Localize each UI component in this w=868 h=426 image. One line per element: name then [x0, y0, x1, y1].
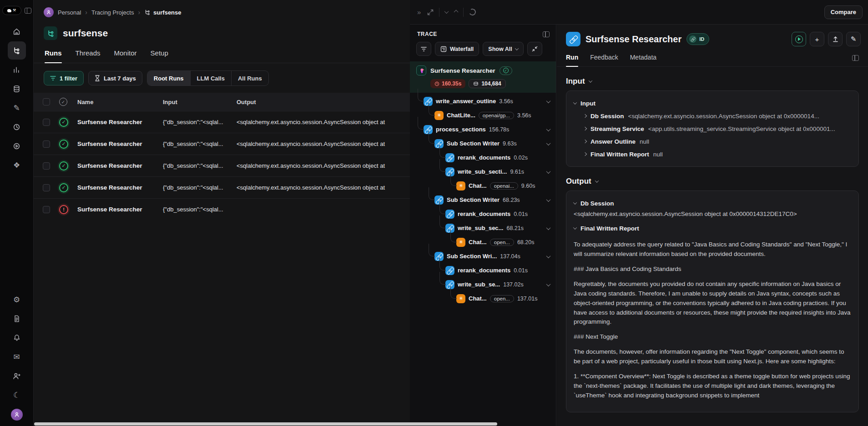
chevron-down-icon[interactable] [444, 9, 449, 14]
segment-root-runs[interactable]: Root Runs [147, 71, 190, 85]
column-header-output[interactable]: Output [237, 99, 410, 105]
input-field-row[interactable]: Final Written Report null [574, 148, 851, 160]
breadcrumb-section[interactable]: Tracing Projects [91, 9, 134, 16]
segment-llm-calls[interactable]: LLM Calls [190, 71, 231, 85]
tab-setup[interactable]: Setup [151, 49, 168, 63]
sidebar-item-datasets[interactable] [8, 80, 26, 98]
input-field-row[interactable]: Streaming Service <app.utils.streaming_s… [574, 122, 851, 135]
sidebar-item-annotation[interactable]: ✎ [8, 99, 26, 117]
collapse-all-button[interactable] [527, 42, 542, 56]
trace-node[interactable]: rerank_documents 0.01s [410, 207, 556, 221]
sidebar-item-playground[interactable] [8, 137, 26, 155]
table-row[interactable]: ! Surfsense Researcher {"db_session":"<s… [34, 198, 410, 220]
input-section-header[interactable]: Input [566, 77, 859, 86]
upload-icon [832, 36, 839, 43]
row-checkbox[interactable] [43, 140, 50, 148]
show-all-dropdown[interactable]: Show All [483, 42, 523, 56]
table-row[interactable]: ✓ Surfsense Researcher {"db_session":"<s… [34, 176, 410, 198]
input-field-row[interactable]: Db Session <sqlalchemy.ext.asyncio.sessi… [574, 110, 851, 122]
run-name[interactable]: Surfsense Researcher [77, 119, 163, 125]
chevron-down-icon[interactable] [547, 253, 550, 260]
breadcrumb-project[interactable]: surfsense [144, 9, 181, 16]
chevron-down-icon[interactable] [547, 140, 550, 147]
trace-root-node[interactable]: Surfsense Researcher ✓ 160.35s 104,684 [410, 61, 556, 93]
trace-filter-button[interactable] [416, 42, 431, 56]
trace-node[interactable]: write_sub_se... 137.02s [410, 277, 556, 291]
add-to-dataset-button[interactable]: + [810, 32, 824, 46]
run-name[interactable]: Surfsense Researcher [77, 162, 163, 169]
row-checkbox[interactable] [43, 119, 50, 126]
trace-node[interactable]: Sub Section Writer 9.63s [410, 136, 556, 150]
run-name[interactable]: Surfsense Researcher [77, 184, 163, 191]
sidebar-item-inbox[interactable]: ✉ [8, 348, 26, 366]
chevron-down-icon[interactable] [547, 168, 550, 175]
row-checkbox[interactable] [43, 162, 50, 170]
sidebar-item-notifications[interactable] [8, 329, 26, 347]
sidebar-item-settings[interactable]: ⚙ [8, 291, 26, 309]
breadcrumb-org[interactable]: Personal [58, 9, 81, 16]
panel-split-icon[interactable] [852, 55, 859, 61]
input-field-row[interactable]: Answer Outline null [574, 135, 851, 148]
segment-all-runs[interactable]: All Runs [231, 71, 268, 85]
user-avatar[interactable] [11, 409, 23, 421]
sidebar-item-modules[interactable]: ❖ [8, 156, 26, 174]
open-in-playground-button[interactable] [792, 32, 806, 46]
run-id-badge[interactable]: ID [686, 33, 709, 45]
sidebar-item-monitoring[interactable] [8, 60, 26, 79]
row-checkbox[interactable] [43, 206, 50, 213]
select-all-checkbox[interactable] [43, 98, 50, 105]
trace-node[interactable]: rerank_documents 0.02s [410, 150, 556, 165]
table-row[interactable]: ✓ Surfsense Researcher {"db_session":"<s… [34, 155, 410, 176]
trace-node[interactable]: write_sub_sec... 68.21s [410, 221, 556, 235]
output-section-header[interactable]: Output [566, 177, 859, 186]
status-column-icon[interactable]: ✓ [59, 98, 67, 106]
trace-node[interactable]: ✳ ChatLite... openai/gp... 3.56s [410, 108, 556, 122]
trace-node[interactable]: rerank_documents 0.01s [410, 263, 556, 277]
horizontal-scrollbar[interactable] [34, 422, 497, 426]
trace-node[interactable]: Sub Section Wri... 137.04s [410, 249, 556, 263]
trace-node[interactable]: ✳ Chat... open... 137.01s [410, 291, 556, 306]
table-row[interactable]: ✓ Surfsense Researcher {"db_session":"<s… [34, 133, 410, 155]
output-key-row[interactable]: Db Session [574, 197, 851, 210]
sidebar-item-docs[interactable] [8, 310, 26, 328]
panel-split-icon[interactable] [543, 31, 550, 37]
sidebar-item-tracing[interactable] [8, 41, 26, 60]
tab-feedback[interactable]: Feedback [590, 54, 618, 66]
expand-icon[interactable] [427, 9, 434, 15]
waterfall-button[interactable]: Waterfall [435, 42, 479, 56]
tab-threads[interactable]: Threads [76, 49, 101, 63]
chevron-up-icon[interactable] [454, 10, 459, 15]
column-header-input[interactable]: Input [163, 99, 237, 105]
run-name[interactable]: Surfsense Researcher [77, 206, 163, 213]
annotate-button[interactable]: ✎ [846, 32, 861, 46]
date-range-button[interactable]: Last 7 days [88, 71, 142, 85]
chevron-down-icon[interactable] [547, 126, 550, 133]
close-panel-icon[interactable]: » [417, 8, 421, 16]
chevron-down-icon[interactable] [547, 196, 550, 203]
tab-run[interactable]: Run [566, 54, 578, 66]
row-checkbox[interactable] [43, 184, 50, 191]
org-avatar[interactable] [44, 7, 54, 17]
sidebar-item-invite[interactable] [8, 367, 26, 385]
table-row[interactable]: ✓ Surfsense Researcher {"db_session":"<s… [34, 111, 410, 133]
tab-metadata[interactable]: Metadata [630, 54, 656, 66]
tab-monitor[interactable]: Monitor [114, 49, 137, 63]
sidebar-item-history[interactable] [8, 118, 26, 136]
trace-node-duration: 68.23s [503, 197, 520, 203]
sidebar-collapse-icon[interactable] [25, 8, 31, 14]
input-root-row[interactable]: Input [574, 97, 851, 110]
output-key-row[interactable]: Final Written Report [574, 222, 851, 235]
run-name[interactable]: Surfsense Researcher [77, 140, 163, 147]
chevron-down-icon[interactable] [547, 98, 550, 105]
trace-node[interactable]: write_sub_secti... 9.61s [410, 165, 556, 179]
tab-runs[interactable]: Runs [45, 49, 62, 63]
filter-chip[interactable]: 1 filter [44, 71, 84, 85]
column-header-name[interactable]: Name [77, 99, 163, 105]
sidebar-item-home[interactable] [8, 22, 26, 40]
share-button[interactable] [828, 32, 843, 46]
sidebar-item-theme[interactable]: ☾ [8, 386, 26, 404]
chevron-down-icon[interactable] [547, 281, 550, 288]
chevron-down-icon[interactable] [547, 225, 550, 231]
trace-node[interactable]: Sub Section Writer 68.23s [410, 193, 556, 207]
compare-button[interactable]: Compare [824, 5, 863, 19]
